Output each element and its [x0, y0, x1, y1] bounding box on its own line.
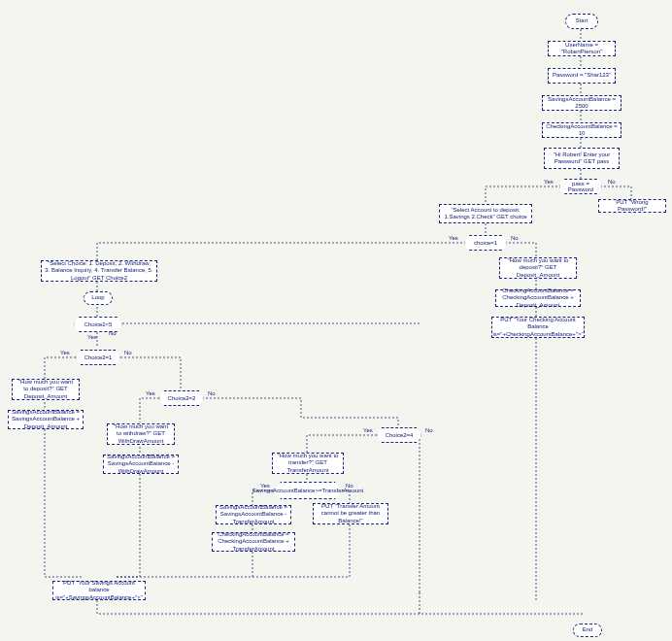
no-label-6: No	[425, 427, 433, 433]
deposit-checking-prompt: "How much you want to deposit?" GET Depo…	[499, 257, 577, 279]
no-label-3: No	[109, 330, 117, 336]
no-label-5: No	[208, 390, 216, 396]
savings-sub-transfer: SavingsAccountBalance = SavingsAccountBa…	[216, 505, 291, 524]
deposit-savings-prompt: "How much you want to deposit?" GET Depo…	[12, 379, 80, 400]
savings-init: SavingsAccountBalance = 2500	[542, 95, 622, 111]
end-node: End	[573, 624, 602, 637]
checking-init: CheckingAccountBalance = 10	[542, 122, 622, 138]
main-menu: "Select Choice: 1. Deposit, 2. Withdraw,…	[41, 260, 157, 282]
checking-add: CheckingAccountBalance = CheckingAccount…	[495, 289, 581, 307]
no-label-4: No	[124, 350, 132, 355]
c2-1-decision: Choice2=1	[76, 350, 120, 365]
wrong-password: PUT "Wrong Password!"	[598, 199, 666, 213]
yes-label-2: Yes	[449, 235, 458, 241]
put-savings-balance: PUT "Your Savings Account balance is="+S…	[52, 581, 146, 600]
transfer-prompt: "How much you want to transfer?" GET Tra…	[272, 453, 344, 474]
put-checking-balance: PUT "Your Checking Account Balance is="+…	[491, 317, 585, 338]
password-init: Password = "Shar123"	[548, 68, 616, 84]
start-node: Start	[565, 14, 598, 29]
savings-sub-withdraw: SavingsAccountBalance = SavingsAccountBa…	[103, 455, 179, 474]
yes-label-6: Yes	[363, 427, 373, 433]
pass-check-decision: pass = Password	[559, 179, 602, 194]
c2-2-decision: Choice2=2	[159, 390, 204, 406]
savings-add: SavingsAccountBalance = SavingsAccountBa…	[8, 410, 84, 429]
choice1-decision: choice=1	[464, 235, 507, 251]
transfer-fail: PUT "Transfer Amount cannot be greater t…	[313, 503, 388, 524]
username-init: UserName = "RobertPierson"	[548, 41, 616, 56]
transfer-check: SavingsAccountBalance>=TransferAmount	[274, 482, 342, 499]
loop-node: Loop	[84, 291, 113, 305]
c2-4-decision: Choice2=4	[377, 427, 421, 443]
no-label: No	[608, 179, 616, 185]
yes-label-4: Yes	[60, 350, 70, 355]
yes-label-3: Yes	[87, 334, 97, 340]
no-label-2: No	[511, 235, 519, 241]
withdraw-prompt: "How much you want to withdraw?" GET Wit…	[107, 423, 175, 445]
select-deposit-account: "Select Account to deposit: 1.Savings 2.…	[439, 204, 532, 223]
checking-add-transfer: CheckingAccountBalance = CheckingAccount…	[212, 532, 295, 552]
yes-label-5: Yes	[146, 390, 155, 396]
yes-label: Yes	[544, 179, 554, 185]
greet-prompt: "Hi Robert! Enter your Password" GET pas…	[544, 148, 620, 169]
